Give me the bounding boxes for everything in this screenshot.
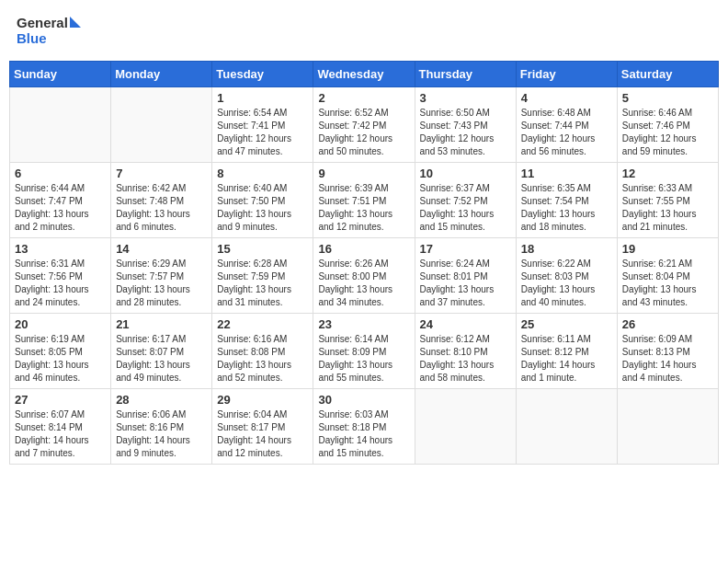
calendar-cell: 27Sunrise: 6:07 AM Sunset: 8:14 PM Dayli… — [10, 389, 111, 465]
week-row-1: 1Sunrise: 6:54 AM Sunset: 7:41 PM Daylig… — [10, 87, 719, 163]
day-number: 5 — [622, 91, 713, 105]
calendar-cell: 2Sunrise: 6:52 AM Sunset: 7:42 PM Daylig… — [313, 87, 415, 163]
calendar-cell: 5Sunrise: 6:46 AM Sunset: 7:46 PM Daylig… — [617, 87, 718, 163]
calendar-cell: 12Sunrise: 6:33 AM Sunset: 7:55 PM Dayli… — [617, 163, 718, 238]
calendar-cell: 19Sunrise: 6:21 AM Sunset: 8:04 PM Dayli… — [617, 238, 718, 314]
day-info: Sunrise: 6:12 AM Sunset: 8:10 PM Dayligh… — [420, 333, 511, 385]
day-number: 27 — [15, 393, 106, 407]
day-info: Sunrise: 6:21 AM Sunset: 8:04 PM Dayligh… — [622, 258, 713, 309]
day-info: Sunrise: 6:28 AM Sunset: 7:59 PM Dayligh… — [217, 258, 308, 309]
calendar-cell: 15Sunrise: 6:28 AM Sunset: 7:59 PM Dayli… — [212, 238, 313, 314]
day-info: Sunrise: 6:03 AM Sunset: 8:18 PM Dayligh… — [318, 408, 409, 460]
calendar-cell: 11Sunrise: 6:35 AM Sunset: 7:54 PM Dayli… — [516, 163, 617, 238]
calendar-cell: 20Sunrise: 6:19 AM Sunset: 8:05 PM Dayli… — [10, 314, 111, 389]
day-number: 30 — [318, 393, 409, 407]
day-number: 7 — [116, 167, 207, 180]
day-number: 1 — [217, 91, 308, 105]
calendar-cell: 14Sunrise: 6:29 AM Sunset: 7:57 PM Dayli… — [111, 238, 212, 314]
day-info: Sunrise: 6:29 AM Sunset: 7:57 PM Dayligh… — [116, 258, 207, 309]
day-number: 15 — [217, 242, 308, 256]
day-number: 16 — [318, 242, 409, 256]
calendar-cell: 21Sunrise: 6:17 AM Sunset: 8:07 PM Dayli… — [111, 314, 212, 389]
calendar-cell: 7Sunrise: 6:42 AM Sunset: 7:48 PM Daylig… — [111, 163, 212, 238]
day-number: 14 — [116, 242, 207, 256]
weekday-header-monday: Monday — [111, 62, 212, 87]
day-number: 21 — [116, 317, 207, 331]
svg-marker-2 — [70, 17, 81, 28]
day-info: Sunrise: 6:54 AM Sunset: 7:41 PM Dayligh… — [217, 107, 308, 158]
day-number: 13 — [15, 242, 106, 256]
day-number: 25 — [521, 317, 612, 331]
day-number: 12 — [622, 167, 713, 180]
day-info: Sunrise: 6:39 AM Sunset: 7:51 PM Dayligh… — [318, 182, 409, 234]
day-info: Sunrise: 6:07 AM Sunset: 8:14 PM Dayligh… — [15, 408, 106, 460]
day-number: 11 — [521, 167, 612, 180]
day-info: Sunrise: 6:24 AM Sunset: 8:01 PM Dayligh… — [420, 258, 511, 309]
calendar-cell: 4Sunrise: 6:48 AM Sunset: 7:44 PM Daylig… — [516, 87, 617, 163]
calendar-cell: 30Sunrise: 6:03 AM Sunset: 8:18 PM Dayli… — [313, 389, 415, 465]
calendar-cell: 29Sunrise: 6:04 AM Sunset: 8:17 PM Dayli… — [212, 389, 313, 465]
day-info: Sunrise: 6:35 AM Sunset: 7:54 PM Dayligh… — [521, 182, 612, 234]
day-info: Sunrise: 6:19 AM Sunset: 8:05 PM Dayligh… — [15, 333, 106, 385]
day-info: Sunrise: 6:17 AM Sunset: 8:07 PM Dayligh… — [116, 333, 207, 385]
calendar-cell: 17Sunrise: 6:24 AM Sunset: 8:01 PM Dayli… — [415, 238, 516, 314]
calendar-cell: 16Sunrise: 6:26 AM Sunset: 8:00 PM Dayli… — [313, 238, 415, 314]
calendar-cell: 3Sunrise: 6:50 AM Sunset: 7:43 PM Daylig… — [415, 87, 516, 163]
day-info: Sunrise: 6:37 AM Sunset: 7:52 PM Dayligh… — [420, 182, 511, 234]
day-info: Sunrise: 6:33 AM Sunset: 7:55 PM Dayligh… — [622, 182, 713, 234]
week-row-3: 13Sunrise: 6:31 AM Sunset: 7:56 PM Dayli… — [10, 238, 719, 314]
day-info: Sunrise: 6:44 AM Sunset: 7:47 PM Dayligh… — [15, 182, 106, 234]
calendar-cell: 9Sunrise: 6:39 AM Sunset: 7:51 PM Daylig… — [313, 163, 415, 238]
calendar-cell — [415, 389, 516, 465]
logo-svg: GeneralBlue — [17, 13, 90, 50]
weekday-header-sunday: Sunday — [10, 62, 111, 87]
day-info: Sunrise: 6:09 AM Sunset: 8:13 PM Dayligh… — [622, 333, 713, 385]
calendar-cell: 10Sunrise: 6:37 AM Sunset: 7:52 PM Dayli… — [415, 163, 516, 238]
svg-text:Blue: Blue — [17, 30, 47, 46]
calendar-cell — [516, 389, 617, 465]
day-number: 4 — [521, 91, 612, 105]
logo: GeneralBlue — [17, 13, 90, 50]
day-number: 6 — [15, 167, 106, 180]
day-number: 9 — [318, 167, 409, 180]
day-number: 18 — [521, 242, 612, 256]
weekday-header-friday: Friday — [516, 62, 617, 87]
week-row-5: 27Sunrise: 6:07 AM Sunset: 8:14 PM Dayli… — [10, 389, 719, 465]
day-info: Sunrise: 6:11 AM Sunset: 8:12 PM Dayligh… — [521, 333, 612, 385]
calendar-cell — [10, 87, 111, 163]
calendar-cell — [111, 87, 212, 163]
calendar-cell: 22Sunrise: 6:16 AM Sunset: 8:08 PM Dayli… — [212, 314, 313, 389]
calendar-cell: 24Sunrise: 6:12 AM Sunset: 8:10 PM Dayli… — [415, 314, 516, 389]
day-info: Sunrise: 6:06 AM Sunset: 8:16 PM Dayligh… — [116, 408, 207, 460]
week-row-4: 20Sunrise: 6:19 AM Sunset: 8:05 PM Dayli… — [10, 314, 719, 389]
day-number: 24 — [420, 317, 511, 331]
day-info: Sunrise: 6:22 AM Sunset: 8:03 PM Dayligh… — [521, 258, 612, 309]
calendar-cell: 25Sunrise: 6:11 AM Sunset: 8:12 PM Dayli… — [516, 314, 617, 389]
weekday-header-row: SundayMondayTuesdayWednesdayThursdayFrid… — [10, 62, 719, 87]
calendar-cell: 1Sunrise: 6:54 AM Sunset: 7:41 PM Daylig… — [212, 87, 313, 163]
day-number: 3 — [420, 91, 511, 105]
weekday-header-saturday: Saturday — [617, 62, 718, 87]
calendar-cell: 18Sunrise: 6:22 AM Sunset: 8:03 PM Dayli… — [516, 238, 617, 314]
day-info: Sunrise: 6:14 AM Sunset: 8:09 PM Dayligh… — [318, 333, 409, 385]
day-number: 17 — [420, 242, 511, 256]
day-info: Sunrise: 6:26 AM Sunset: 8:00 PM Dayligh… — [318, 258, 409, 309]
day-number: 19 — [622, 242, 713, 256]
calendar-cell: 23Sunrise: 6:14 AM Sunset: 8:09 PM Dayli… — [313, 314, 415, 389]
day-number: 23 — [318, 317, 409, 331]
day-number: 28 — [116, 393, 207, 407]
day-info: Sunrise: 6:31 AM Sunset: 7:56 PM Dayligh… — [15, 258, 106, 309]
header: GeneralBlue — [9, 9, 719, 53]
weekday-header-wednesday: Wednesday — [313, 62, 415, 87]
day-number: 20 — [15, 317, 106, 331]
calendar-cell — [617, 389, 718, 465]
calendar-table: SundayMondayTuesdayWednesdayThursdayFrid… — [9, 61, 719, 465]
day-number: 8 — [217, 167, 308, 180]
day-info: Sunrise: 6:48 AM Sunset: 7:44 PM Dayligh… — [521, 107, 612, 158]
day-number: 10 — [420, 167, 511, 180]
day-info: Sunrise: 6:40 AM Sunset: 7:50 PM Dayligh… — [217, 182, 308, 234]
calendar-cell: 8Sunrise: 6:40 AM Sunset: 7:50 PM Daylig… — [212, 163, 313, 238]
day-info: Sunrise: 6:52 AM Sunset: 7:42 PM Dayligh… — [318, 107, 409, 158]
weekday-header-tuesday: Tuesday — [212, 62, 313, 87]
day-info: Sunrise: 6:46 AM Sunset: 7:46 PM Dayligh… — [622, 107, 713, 158]
